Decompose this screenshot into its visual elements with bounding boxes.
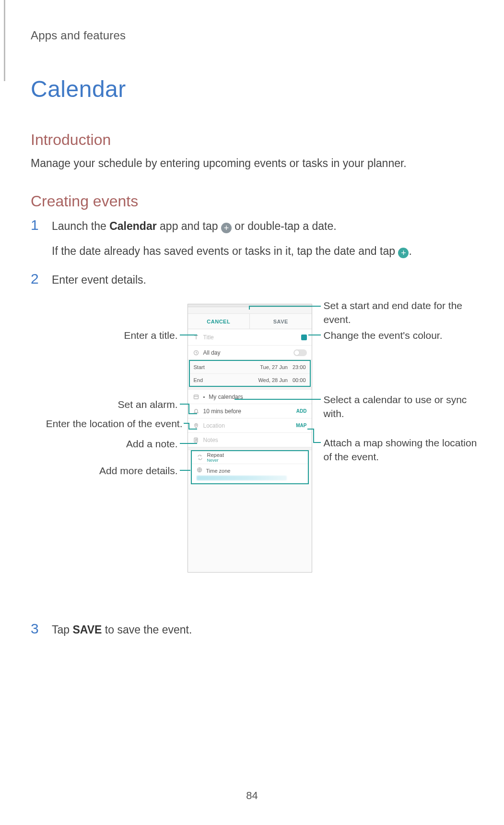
add-reminder-button[interactable]: ADD [296,408,307,414]
step-3-body: Tap SAVE to save the event. [52,621,478,639]
start-row[interactable]: Start Tue, 27 Jun 23:00 [190,361,310,373]
save-button[interactable]: SAVE [250,314,312,329]
svg-point-2 [196,424,197,425]
intro-heading: Introduction [31,131,478,149]
repeat-value: Never [207,458,224,463]
all-day-row[interactable]: All day [188,346,312,360]
timezone-row[interactable]: Time zone [192,464,308,483]
reminder-row[interactable]: 10 mins before ADD [188,404,312,418]
step-number: 2 [31,271,43,287]
text: If the date already has saved events or … [52,245,398,257]
end-time: 00:00 [293,377,306,383]
intro-body: Manage your schedule by entering upcomin… [31,155,478,171]
page-number: 84 [246,789,258,802]
start-time: 23:00 [293,364,306,370]
callout-set-alarm: Set an alarm. [34,398,178,411]
note-icon [193,437,199,443]
colour-swatch[interactable] [301,335,307,340]
globe-icon [197,467,202,474]
title-placeholder: Title [203,334,214,341]
repeat-icon [197,454,203,461]
svg-rect-1 [194,395,198,399]
text: Enter event details. [52,272,478,289]
map-button[interactable]: MAP [296,423,306,428]
step-number: 3 [31,621,43,637]
callout-enter-location: Enter the location of the event. [34,417,183,430]
cancel-button[interactable]: CANCEL [188,314,250,329]
calendar-icon [193,394,199,400]
step-1-body: Launch the Calendar app and tap + or dou… [52,217,478,260]
step-2-body: Enter event details. [52,271,478,289]
event-editor-diagram: CANCEL SAVE Title All day [34,299,475,601]
title-row[interactable]: Title [188,329,312,346]
text: or double-tap a date. [232,220,337,232]
callout-add-more: Add more details. [34,464,178,478]
text: Launch the [52,220,109,232]
repeat-label: Repeat [207,452,224,458]
timezone-value-blur [197,476,287,480]
callout-set-dates: Set a start and end date for the event. [324,299,477,326]
callout-attach-map: Attach a map showing the location of the… [324,436,477,464]
page-title: Calendar [31,76,478,102]
more-details-box[interactable]: Repeat Never Time zone [191,450,309,484]
callout-select-calendar: Select a calendar to use or sync with. [324,393,477,420]
step-number: 1 [31,217,43,234]
phone-mock: CANCEL SAVE Title All day [188,304,312,573]
all-day-toggle[interactable] [293,349,307,356]
notes-row[interactable]: Notes [188,433,312,447]
end-row[interactable]: End Wed, 28 Jun 00:00 [190,373,310,386]
reminder-value: 10 mins before [203,408,241,415]
plus-icon: + [398,248,409,258]
all-day-label: All day [203,349,221,356]
callout-enter-title: Enter a title. [34,329,178,342]
text: Tap [52,623,72,636]
text: to save the event. [102,623,192,636]
date-block[interactable]: Start Tue, 27 Jun 23:00 End Wed, 28 Jun … [189,360,311,387]
location-row[interactable]: Location MAP [188,418,312,433]
end-label: End [194,377,203,383]
start-date: Tue, 27 Jun [260,364,288,370]
timezone-label: Time zone [206,468,231,474]
start-label: Start [194,364,205,370]
end-date: Wed, 28 Jun [258,377,288,383]
section-header: Apps and features [31,29,478,42]
plus-icon: + [221,223,232,233]
calendar-row[interactable]: • My calendars [188,390,312,404]
notes-placeholder: Notes [203,437,218,443]
text: app and tap [157,220,221,232]
callout-change-colour: Change the event's colour. [324,329,477,342]
pin-icon [193,422,199,429]
text-bold: SAVE [72,623,102,636]
creating-heading: Creating events [31,192,478,210]
clock-icon [193,349,199,356]
location-placeholder: Location [203,422,225,429]
text: . [409,245,411,257]
text-bold: Calendar [109,220,156,232]
callout-add-note: Add a note. [34,437,178,451]
